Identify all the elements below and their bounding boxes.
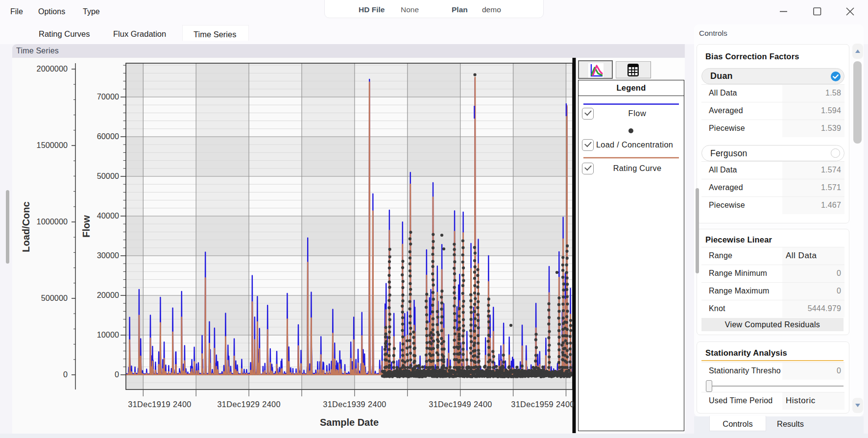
- svg-text:500000: 500000: [41, 293, 68, 302]
- svg-text:20000: 20000: [97, 291, 119, 299]
- svg-text:30000: 30000: [97, 251, 119, 260]
- svg-text:40000: 40000: [97, 211, 119, 220]
- svg-text:0: 0: [115, 370, 119, 379]
- svg-text:1500000: 1500000: [37, 141, 68, 149]
- svg-text:2000000: 2000000: [37, 64, 68, 73]
- svg-text:Sample Date: Sample Date: [320, 417, 379, 428]
- svg-text:Flow: Flow: [81, 215, 92, 238]
- svg-text:1000000: 1000000: [37, 217, 68, 226]
- svg-text:31Dec1939 2400: 31Dec1939 2400: [323, 400, 386, 409]
- svg-text:0: 0: [63, 370, 68, 379]
- svg-text:31Dec1949 2400: 31Dec1949 2400: [429, 400, 492, 409]
- svg-text:31Dec1929 2400: 31Dec1929 2400: [217, 400, 281, 409]
- svg-text:50000: 50000: [97, 171, 119, 180]
- svg-text:Load/Conc: Load/Conc: [21, 201, 31, 252]
- svg-text:10000: 10000: [97, 330, 119, 339]
- svg-text:31Dec1959 2400: 31Dec1959 2400: [511, 400, 575, 409]
- svg-text:70000: 70000: [97, 92, 119, 101]
- svg-text:31Dec1919 2400: 31Dec1919 2400: [128, 400, 192, 409]
- svg-text:60000: 60000: [97, 132, 119, 141]
